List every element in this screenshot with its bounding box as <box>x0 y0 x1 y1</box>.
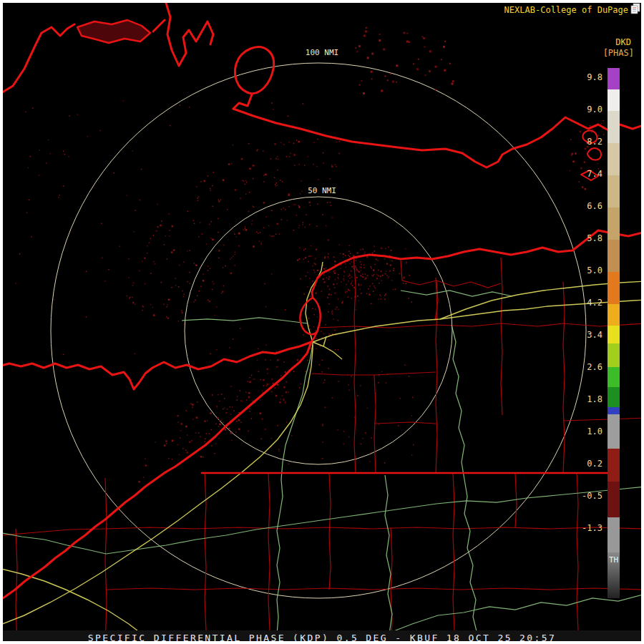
radar-map <box>3 3 641 641</box>
colorbar-segment <box>608 304 620 326</box>
units-label: [PHAS] <box>603 48 634 58</box>
colorbar-tick-label: 4.2 <box>568 297 602 308</box>
lake-erie-south-shore <box>3 342 311 601</box>
colorbar-segment <box>608 414 620 449</box>
colorbar-tick-label: -0.5 <box>568 490 602 502</box>
colorbar-segment <box>608 387 620 407</box>
colorbar-segment <box>608 343 620 367</box>
brand-text: NEXLAB-College of DuPage <box>504 5 628 15</box>
inner-range-ring-label: 50 NMI <box>306 186 338 195</box>
colorbar-tick-label: 2.6 <box>568 361 602 373</box>
lake-simcoe-outline <box>235 47 273 94</box>
colorbar-segment <box>608 89 620 111</box>
colorbar-segment <box>608 208 620 240</box>
colorbar-segment <box>608 482 620 517</box>
shoreline-topleft-peninsula <box>3 24 74 94</box>
colorbar-segment <box>608 68 620 89</box>
colorbar-tick-label: 9.8 <box>568 72 602 83</box>
colorbar-tick-label: 3.4 <box>568 329 602 341</box>
colorbar-tick-label: 8.2 <box>568 136 602 147</box>
colorbar-tick-label: 7.4 <box>568 168 602 180</box>
shoreline-topleft-land <box>77 20 150 43</box>
colorbar-bottom-label: TH <box>608 555 620 565</box>
highways-yellow <box>3 262 641 641</box>
status-bar: SPECIFIC DIFFERENTIAL PHASE (KDP) 0.5 DE… <box>3 630 641 641</box>
colorbar-tick-labels: 9.89.08.27.46.65.85.04.23.42.61.81.00.2-… <box>568 0 602 565</box>
colorbar-segment <box>608 326 620 343</box>
colorbar-tick-label: 9.0 <box>568 104 602 115</box>
shoreline-squiggle <box>166 3 213 66</box>
colorbar-tick-label: -1.3 <box>568 522 602 534</box>
colorbar-segment <box>608 111 620 143</box>
colorbar-tick-label: 6.6 <box>568 200 602 212</box>
colorbar-segment <box>608 175 620 208</box>
state-borders-shorelines <box>3 3 641 601</box>
colorbar-tick-label: 5.8 <box>568 233 602 244</box>
outer-range-ring-label: 100 NMI <box>303 48 341 57</box>
radar-app-window: NEXLAB-College of DuPage DKD [PHAS] 9.89… <box>0 0 644 644</box>
colorbar-tick-label: 1.0 <box>568 426 602 437</box>
product-code: DKD <box>615 37 631 47</box>
lake-erie-north-shore <box>3 342 311 389</box>
pages-icon[interactable] <box>630 3 641 14</box>
colorbar-segment <box>608 367 620 387</box>
colorbar-segment <box>608 272 620 304</box>
status-text: SPECIFIC DIFFERENTIAL PHASE (KDP) 0.5 DE… <box>88 633 557 643</box>
colorbar-segment <box>608 517 620 552</box>
radar-screen <box>3 3 641 641</box>
colorbar-segment <box>608 449 620 482</box>
county-lines <box>3 255 641 641</box>
colorbar-segment <box>608 240 620 272</box>
colorbar-segment <box>608 143 620 175</box>
colorbar-tick-label: 5.0 <box>568 265 602 276</box>
colorbar-tick-label: 0.2 <box>568 458 602 469</box>
colorbar-tick-label: 1.8 <box>568 394 602 405</box>
colorbar-segment <box>608 407 620 414</box>
colorbar <box>608 68 620 598</box>
